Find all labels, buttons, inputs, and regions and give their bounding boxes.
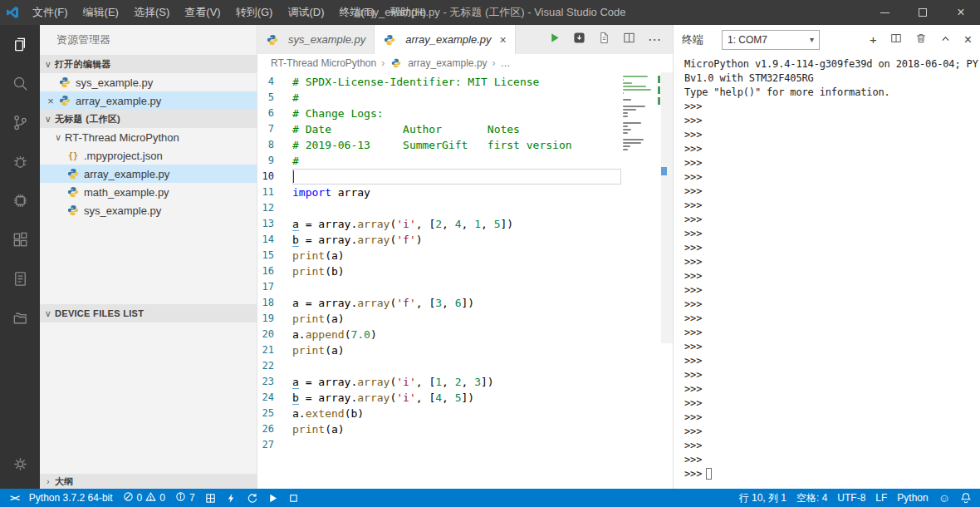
explorer-icon[interactable] [0,25,40,64]
open-editors-header[interactable]: ∨ 打开的编辑器 [40,55,257,73]
code-line-16[interactable]: 16print(b) [257,263,621,279]
folders-icon[interactable] [0,298,40,337]
tree-file-sys-example[interactable]: sys_example.py [40,201,257,219]
code-line-10[interactable]: 10 [257,169,621,185]
code-editor[interactable]: 4# SPDX-License-Identifier: MIT License5… [257,72,673,489]
extensions-icon[interactable] [0,220,40,259]
code-line-18[interactable]: 18a = array.array('f', [3, 6]) [257,295,621,311]
close-window-button[interactable]: × [942,0,980,25]
tree-file-array-example[interactable]: array_example.py [40,165,257,183]
remote-indicator[interactable]: >< [5,489,24,507]
close-editor-icon[interactable]: × [43,95,58,107]
python-file-icon [266,33,279,47]
terminal-output[interactable]: MicroPython v1.9.4-114-g309fe39d on 2018… [674,54,980,489]
run-file-icon[interactable] [548,32,561,47]
code-line-22[interactable]: 22 [257,358,621,374]
open-editor-item-array[interactable]: × array_example.py [40,91,257,110]
menu-item-0[interactable]: 文件(F) [25,0,76,25]
info-indicator[interactable]: 7 [170,489,200,507]
search-icon[interactable] [0,64,40,103]
eol-sequence[interactable]: LF [870,489,892,507]
editor-scrollbar[interactable] [661,72,673,489]
code-lines[interactable]: 4# SPDX-License-Identifier: MIT License5… [257,72,621,489]
workspace-section-header[interactable]: ∨ 无标题 (工作区) [40,110,257,128]
board-grid-icon[interactable] [200,489,221,507]
indentation[interactable]: 空格: 4 [791,489,832,507]
tree-file-mpyproject[interactable]: {} .mpyproject.json [40,146,257,165]
code-line-27[interactable]: 27 [257,437,621,453]
json-file-icon: {} [66,149,80,162]
code-line-19[interactable]: 19print(a) [257,311,621,327]
run-icon[interactable] [262,489,283,507]
breadcrumb-folder[interactable]: RT-Thread MicroPython [271,57,376,69]
code-line-23[interactable]: 23a = array.array('i', [1, 2, 3]) [257,374,621,390]
scrollbar-slider[interactable] [661,72,673,343]
split-editor-icon[interactable] [623,32,635,47]
code-line-17[interactable]: 17 [257,279,621,295]
new-terminal-icon[interactable]: + [870,33,877,46]
breadcrumb-file[interactable]: array_example.py [408,57,487,69]
menu-item-2[interactable]: 选择(S) [126,0,177,25]
code-line-24[interactable]: 24b = array.array('i', [4, 5]) [257,390,621,406]
code-line-20[interactable]: 20a.append(7.0) [257,327,621,342]
code-line-14[interactable]: 14b = array.array('f') [257,232,621,248]
python-file-icon [58,76,71,89]
tab-array-example[interactable]: array_example.py × [375,25,516,54]
more-actions-icon[interactable]: ⋯ [648,32,661,47]
menu-item-4[interactable]: 转到(G) [228,0,281,25]
language-mode[interactable]: Python [892,489,933,507]
maximize-panel-chevron-icon[interactable] [940,32,951,47]
code-line-7[interactable]: 7# Date Author Notes [257,121,621,137]
notifications-bell-icon[interactable] [955,489,977,507]
sync-icon[interactable] [242,489,262,507]
sync-file-icon[interactable] [598,32,610,47]
kill-terminal-trash-icon[interactable] [915,32,927,47]
code-line-13[interactable]: 13a = array.array('i', [2, 4, 1, 5]) [257,216,621,232]
open-editor-item-sys[interactable]: sys_example.py [40,73,257,91]
report-icon[interactable] [0,259,40,298]
download-to-device-icon[interactable] [573,32,586,47]
code-line-26[interactable]: 26print(a) [257,421,621,437]
minimize-icon [880,12,889,13]
breadcrumb-symbol[interactable]: … [501,57,511,69]
menu-item-1[interactable]: 编辑(E) [76,0,126,25]
code-line-25[interactable]: 25a.extend(b) [257,406,621,421]
menu-item-3[interactable]: 查看(V) [177,0,228,25]
code-line-15[interactable]: 15print(a) [257,248,621,263]
tree-file-math-example[interactable]: math_example.py [40,183,257,201]
problems-indicator[interactable]: 0 0 [118,489,170,507]
maximize-button[interactable] [904,0,942,25]
settings-gear-icon[interactable] [0,445,40,484]
feedback-smiley-icon[interactable]: ☺ [933,489,955,507]
minimap[interactable] [621,72,661,489]
source-control-icon[interactable] [0,103,40,142]
device-chip-icon[interactable] [0,181,40,220]
code-line-8[interactable]: 8# 2019-06-13 SummerGift first version [257,137,621,153]
device-files-header[interactable]: ∨ DEVICE FILES LIST [40,304,257,322]
terminal-select[interactable]: 1: COM7 ▾ [722,30,820,50]
outline-header[interactable]: › 大纲 [40,474,257,489]
menu-item-5[interactable]: 调试(D) [280,0,331,25]
code-line-4[interactable]: 4# SPDX-License-Identifier: MIT License [257,74,621,90]
minimize-button[interactable] [865,0,904,25]
python-interpreter[interactable]: Python 3.7.2 64-bit [24,489,118,507]
encoding[interactable]: UTF-8 [832,489,870,507]
split-terminal-icon[interactable] [890,32,902,47]
debug-icon[interactable] [0,142,40,181]
stop-icon[interactable] [283,489,304,507]
cursor-position[interactable]: 行 10, 列 1 [734,489,791,507]
line-number: 10 [257,169,292,185]
code-line-5[interactable]: 5# [257,90,621,106]
code-line-12[interactable]: 12 [257,200,621,216]
code-line-21[interactable]: 21print(a) [257,342,621,358]
tab-sys-example[interactable]: sys_example.py [257,25,375,54]
code-line-6[interactable]: 6# Change Logs: [257,106,621,121]
close-tab-icon[interactable]: × [500,33,507,47]
flash-bolt-icon[interactable] [221,489,242,507]
tree-folder-rtthread[interactable]: ∨ RT-Thread MicroPython [40,128,257,146]
close-panel-icon[interactable]: × [964,32,972,47]
breadcrumb: RT-Thread MicroPython › array_example.py… [257,54,673,72]
panel-title[interactable]: 终端 [682,32,703,47]
code-line-9[interactable]: 9# [257,153,621,169]
code-line-11[interactable]: 11import array [257,185,621,200]
